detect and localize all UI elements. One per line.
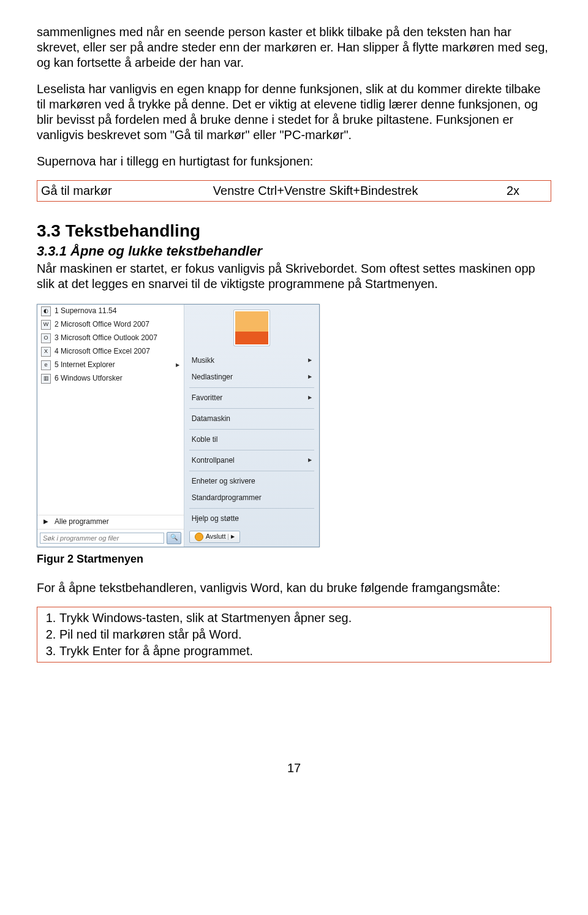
start-menu-right-label: Hjelp og støtte (192, 514, 239, 523)
step-item: Trykk Enter for å åpne programmet. (59, 643, 545, 659)
start-menu-item[interactable]: ▥6 Windows Utforsker (37, 372, 184, 385)
step-item: Trykk Windows-tasten, slik at Startmenye… (59, 610, 545, 626)
shortcut-name: Gå til markør (41, 183, 213, 199)
start-menu-right-label: Standardprogrammer (192, 493, 262, 503)
start-menu-right-item[interactable]: Datamaskin (184, 411, 319, 427)
start-menu-item[interactable]: ◐1 Supernova 11.54 (37, 305, 184, 318)
chevron-right-icon: ▶ (41, 517, 51, 527)
start-menu: ◐1 Supernova 11.54W2 Microsoft Office Wo… (37, 304, 320, 547)
search-icon: 🔍 (170, 534, 178, 542)
start-menu-item-label: 6 Windows Utforsker (55, 374, 180, 383)
start-menu-right-item[interactable]: Enheter og skrivere (184, 473, 319, 490)
ie-icon: e (41, 360, 51, 370)
start-menu-item-label: 1 Supernova 11.54 (55, 306, 180, 316)
separator (189, 429, 314, 430)
start-menu-right-item[interactable]: Standardprogrammer (184, 490, 319, 506)
start-menu-item[interactable]: O3 Microsoft Office Outlook 2007 (37, 332, 184, 345)
chevron-right-icon: ▶ (308, 395, 312, 401)
chevron-right-icon: ▶ (308, 457, 312, 463)
all-programs-label: Alle programmer (55, 517, 180, 526)
start-menu-right-label: Musikk (192, 356, 214, 365)
explorer-icon: ▥ (41, 374, 51, 384)
supernova-icon: ◐ (41, 306, 51, 316)
start-menu-right-label: Datamaskin (192, 414, 230, 423)
separator (189, 408, 314, 409)
shortcut-box: Gå til markør Venstre Ctrl+Venstre Skift… (37, 180, 551, 202)
start-menu-item[interactable]: e5 Internet Explorer▶ (37, 359, 184, 372)
chevron-right-icon: ▶ (308, 357, 312, 363)
shutdown-label: Avslutt (206, 533, 226, 541)
shortcut-count: 2x (507, 183, 547, 199)
steps-box: Trykk Windows-tasten, slik at Startmenye… (37, 607, 551, 663)
paragraph-5: For å åpne tekstbehandleren, vanligvis W… (37, 580, 551, 596)
search-row: 🔍 (37, 529, 184, 547)
start-menu-item[interactable]: X4 Microsoft Office Excel 2007 (37, 345, 184, 359)
search-button[interactable]: 🔍 (167, 532, 181, 544)
separator (189, 450, 314, 450)
figure-startmenu: ◐1 Supernova 11.54W2 Microsoft Office Wo… (37, 304, 551, 547)
user-picture[interactable] (233, 309, 270, 346)
start-menu-item-label: 3 Microsoft Office Outlook 2007 (55, 333, 180, 343)
outlook-icon: O (41, 333, 51, 343)
shutdown-button[interactable]: Avslutt ▶ (189, 531, 241, 543)
search-input[interactable] (40, 533, 164, 544)
paragraph-2: Leselista har vanligvis en egen knapp fo… (37, 82, 551, 143)
start-menu-item-label: 4 Microsoft Office Excel 2007 (55, 347, 180, 356)
paragraph-4: Når maskinen er startet, er fokus vanlig… (37, 261, 551, 292)
chevron-right-icon: ▶ (175, 363, 180, 368)
steps-list: Trykk Windows-tasten, slik at Startmenye… (43, 610, 545, 659)
start-menu-item-label: 2 Microsoft Office Word 2007 (55, 320, 180, 329)
word-icon: W (41, 320, 51, 330)
figure-caption: Figur 2 Startmenyen (37, 552, 551, 566)
start-menu-right-label: Kontrollpanel (192, 456, 235, 465)
chevron-right-icon: ▶ (308, 374, 312, 380)
excel-icon: X (41, 347, 51, 357)
start-menu-item-label: 5 Internet Explorer (55, 360, 172, 370)
separator (189, 471, 314, 471)
heading-2: 3.3 Tekstbehandling (37, 220, 551, 241)
start-menu-right-label: Enheter og skrivere (192, 477, 255, 486)
paragraph-3: Supernova har i tillegg en hurtigtast fo… (37, 154, 551, 169)
paragraph-1: sammenlignes med når en seende person ka… (37, 25, 551, 70)
start-menu-right-pane: Musikk▶Nedlastinger▶Favoritter▶Datamaski… (184, 305, 319, 547)
chevron-right-icon: ▶ (228, 534, 235, 540)
start-menu-right-item[interactable]: Favoritter▶ (184, 390, 319, 406)
start-menu-left-pane: ◐1 Supernova 11.54W2 Microsoft Office Wo… (37, 305, 184, 547)
start-menu-right-label: Nedlastinger (192, 373, 233, 382)
separator (189, 387, 314, 388)
page-number: 17 (37, 761, 551, 776)
step-item: Pil ned til markøren står på Word. (59, 626, 545, 643)
shutdown-row: Avslutt ▶ (184, 527, 319, 547)
power-icon (195, 533, 203, 541)
all-programs-item[interactable]: ▶ Alle programmer (37, 515, 184, 529)
start-menu-right-item[interactable]: Nedlastinger▶ (184, 369, 319, 385)
start-menu-right-item[interactable]: Koble til (184, 431, 319, 448)
start-menu-right-label: Koble til (192, 435, 218, 444)
start-menu-right-item[interactable]: Hjelp og støtte (184, 511, 319, 527)
start-menu-right-label: Favoritter (192, 393, 223, 403)
separator (189, 508, 314, 509)
start-menu-right-item[interactable]: Musikk▶ (184, 352, 319, 369)
start-menu-item[interactable]: W2 Microsoft Office Word 2007 (37, 318, 184, 332)
heading-3: 3.3.1 Åpne og lukke tekstbehandler (37, 243, 551, 260)
shortcut-keys: Venstre Ctrl+Venstre Skift+Bindestrek (213, 183, 507, 199)
start-menu-right-item[interactable]: Kontrollpanel▶ (184, 452, 319, 469)
